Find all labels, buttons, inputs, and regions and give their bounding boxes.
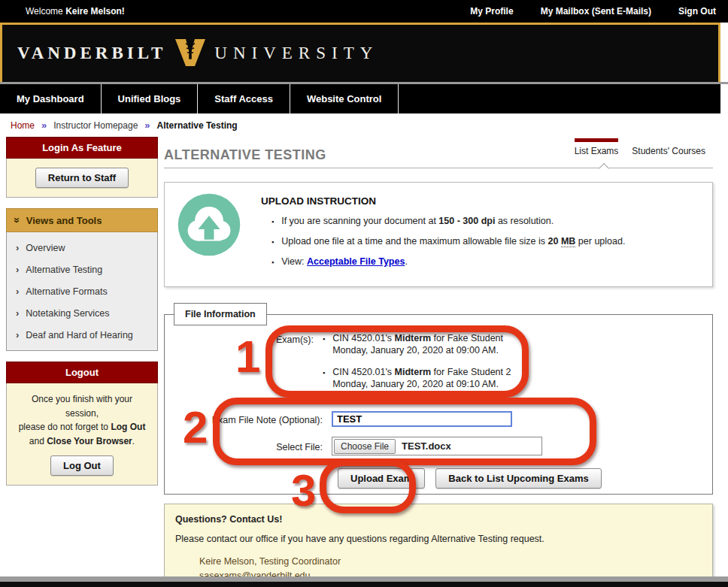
views-and-tools-box: » Views and Tools › Overview › Alternati… [6,208,158,351]
wordmark-university: UNIVERSITY [214,44,378,63]
sidebar-item-alternative-formats[interactable]: › Alternative Formats [7,280,157,302]
breadcrumb: Home » Instructor Homepage » Alternative… [0,113,728,137]
nav-my-dashboard[interactable]: My Dashboard [0,84,102,113]
sidebar-item-label: Alternative Testing [26,265,102,275]
log-out-button[interactable]: Log Out [50,455,114,476]
upload-exam-button[interactable]: Upload Exam [338,468,425,489]
welcome-prefix: Welcome [26,6,65,17]
wordmark-vanderbilt: VANDERBILT [17,44,166,63]
brand-bar: VANDERBILT UNIVERSITY [0,23,720,82]
sidebar-item-alternative-testing[interactable]: › Alternative Testing [7,259,157,280]
sidebar-item-overview[interactable]: › Overview [7,237,157,259]
exams-label: Exam(s): [165,333,314,345]
tabs: List Exams Students' Courses [575,138,705,156]
exam-list: ▪ CIN 4520.01's Midterm for Fake Student… [323,333,511,401]
acceptable-file-types-link[interactable]: Acceptable File Types [307,256,405,267]
breadcrumb-separator-icon: » [41,120,47,131]
vanderbilt-logo[interactable]: VANDERBILT UNIVERSITY [17,36,378,71]
utility-links: My Profile My Mailbox (Sent E-Mails) Sig… [470,6,716,17]
contact-box: Questions? Contact Us! Please contact ou… [164,504,713,587]
chevron-right-icon: › [16,242,19,253]
bullet-icon: ▪ [323,333,325,356]
form-buttons-row: Upload Exam Back to List Upcoming Exams [338,468,712,489]
upload-instruction-box: UPLOAD INSTRUCTION ▪ If you are scanning… [164,182,713,287]
sidebar-item-label: Alternative Formats [26,286,107,297]
file-input[interactable]: Choose File TEST.docx [332,437,542,455]
page: Welcome Keire Melson! My Profile My Mail… [0,0,728,587]
chevron-right-icon: › [16,286,19,297]
bullet-icon: ▪ [271,236,274,248]
sign-out-link[interactable]: Sign Out [678,6,716,17]
logout-line3-bold: Close Your Browser [47,436,132,446]
breadcrumb-instructor-homepage[interactable]: Instructor Homepage [53,120,138,131]
welcome-text: Welcome Keire Melson! [26,6,125,17]
file-information-fieldset: File Information Exam(s): ▪ CIN 4520.01'… [164,314,713,495]
sidebar-item-notetaking-services[interactable]: › Notetaking Services [7,302,157,324]
main-header: ALTERNATIVE TESTING List Exams Students'… [164,138,713,168]
sidebar-item-label: Overview [26,243,65,253]
return-to-staff-button[interactable]: Return to Staff [35,168,129,188]
exam-item: ▪ CIN 4520.01's Midterm for Fake Student… [323,367,511,389]
exam-file-note-row: Exam File Note (Optional): [165,411,712,427]
exam-item: ▪ CIN 4520.01's Midterm for Fake Student… [323,333,511,356]
nav-website-control[interactable]: Website Control [290,84,399,113]
my-profile-link[interactable]: My Profile [470,6,513,17]
tab-students-courses[interactable]: Students' Courses [632,138,705,156]
main-content: ALTERNATIVE TESTING List Exams Students'… [164,137,713,587]
logout-header: Logout [6,362,158,383]
exam-file-note-label: Exam File Note (Optional): [165,413,323,425]
footer-gray-bar [0,576,728,582]
breadcrumb-current: Alternative Testing [157,120,238,131]
exam-datetime: Monday, January 20, 2020 at 09:10 AM. [332,379,511,389]
sidebar: Login As Feature Return to Staff » Views… [6,137,158,496]
footer-black-bar [0,582,728,587]
sidebar-item-deaf-hard-of-hearing[interactable]: › Deaf and Hard of Hearing [7,324,157,346]
my-mailbox-link[interactable]: My Mailbox (Sent E-Mails) [541,6,651,17]
logout-line2-bold: Log Out [111,422,145,432]
logout-line1: Once you finish with your session, [32,394,132,419]
vanderbilt-shield-icon [174,36,207,71]
utility-bar: Welcome Keire Melson! My Profile My Mail… [0,0,728,23]
select-file-row: Select File: Choose File TEST.docx [165,437,712,455]
content-row: Login As Feature Return to Staff » Views… [0,137,728,587]
double-chevron-down-icon: » [11,217,23,223]
breadcrumb-home[interactable]: Home [11,120,35,131]
sidebar-item-label: Deaf and Hard of Hearing [26,330,132,340]
chevron-right-icon: › [16,329,19,340]
upload-instruction-content: UPLOAD INSTRUCTION ▪ If you are scanning… [261,192,625,277]
login-as-feature-body: Return to Staff [6,159,158,198]
upload-instruction-title: UPLOAD INSTRUCTION [261,195,625,207]
nav-staff-access[interactable]: Staff Access [198,84,290,113]
chevron-right-icon: › [16,264,19,275]
views-and-tools-header[interactable]: » Views and Tools [6,208,158,232]
tab-list-exams[interactable]: List Exams [575,138,619,156]
logout-box: Logout Once you finish with your session… [6,362,158,486]
bullet-icon: ▪ [271,256,274,268]
upload-bullet-1: ▪ If you are scanning your document at 1… [271,216,625,228]
contact-name: Keire Melson, Testing Coordinator [199,555,702,569]
select-file-label: Select File: [165,440,323,452]
logout-body: Once you finish with your session, pleas… [6,383,158,486]
breadcrumb-separator-icon: » [144,120,150,131]
contact-title: Questions? Contact Us! [175,514,702,525]
exams-row: Exam(s): ▪ CIN 4520.01's Midterm for Fak… [165,333,712,401]
bullet-icon: ▪ [323,367,325,389]
login-as-feature-header: Login As Feature [6,137,158,159]
bullet-icon: ▪ [271,216,274,228]
nav-unified-blogs[interactable]: Unified Blogs [102,84,199,113]
username: Keire Melson! [65,6,125,17]
exam-datetime: Monday, January 20, 2020 at 09:00 AM. [332,345,503,356]
contact-body: Please contact our office if you have an… [175,534,702,544]
upload-bullet-3: ▪ View: Acceptable File Types. [271,256,625,268]
choose-file-button[interactable]: Choose File [334,439,396,454]
logout-line2: please do not forget to [19,422,111,432]
logout-text: Once you finish with your session, pleas… [14,392,150,448]
exam-file-note-input[interactable] [332,411,512,427]
sidebar-item-label: Notetaking Services [26,308,109,319]
upload-bullet-2: ▪ Upload one file at a time and the maxi… [271,236,625,248]
views-and-tools-title: Views and Tools [26,215,102,226]
back-to-list-button[interactable]: Back to List Upcoming Exams [435,468,601,489]
login-as-feature-box: Login As Feature Return to Staff [6,137,158,198]
active-tab-notch [599,163,609,174]
views-and-tools-list: › Overview › Alternative Testing › Alter… [6,232,158,351]
